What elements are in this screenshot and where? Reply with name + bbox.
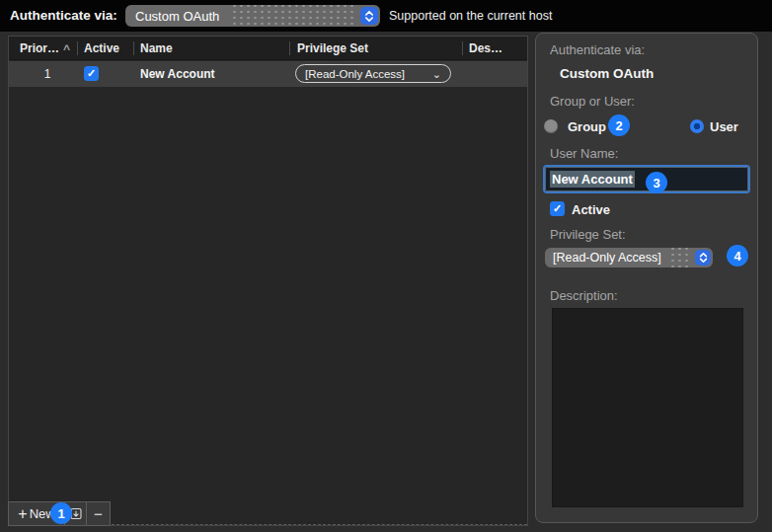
manage-security-window: Authenticate via: Custom OAuth Supported…	[0, 0, 772, 532]
description-textarea[interactable]	[552, 308, 743, 507]
authenticate-via-label: Authenticate via:	[10, 0, 117, 32]
annotation-badge-3: 3	[646, 172, 667, 193]
user-radio-label[interactable]: User	[710, 119, 738, 134]
plus-icon: +	[18, 505, 27, 523]
column-header-name[interactable]: Name	[140, 37, 173, 60]
topbar: Authenticate via: Custom OAuth Supported…	[0, 0, 772, 32]
table-bottom-dashed-edge	[112, 524, 527, 525]
annotation-badge-2: 2	[608, 114, 630, 136]
host-support-note: Supported on the current host	[389, 0, 552, 32]
panel-authenticate-label: Authenticate via:	[550, 42, 645, 57]
column-divider	[77, 41, 78, 55]
minus-icon: −	[94, 505, 103, 522]
check-icon: ✓	[553, 202, 562, 215]
popup-stepper-icon	[360, 7, 378, 25]
row-active-checkbox[interactable]: ✓	[84, 66, 99, 81]
description-label: Description:	[550, 288, 618, 303]
delete-button[interactable]: −	[87, 502, 110, 525]
sort-ascending-icon: ^	[63, 37, 70, 62]
row-privilege-set-dropdown[interactable]: [Read-Only Access] ⌄	[295, 64, 451, 83]
column-divider	[462, 41, 463, 55]
privilege-set-label: Privilege Set:	[550, 227, 626, 242]
table-header: Prior… ^ Active Name Privilege Set Des…	[9, 37, 527, 60]
group-radio-label[interactable]: Group	[568, 119, 606, 134]
active-checkbox[interactable]: ✓	[550, 201, 565, 216]
column-header-active[interactable]: Active	[84, 37, 119, 60]
annotation-badge-4: 4	[727, 245, 748, 266]
authenticate-via-popup[interactable]: Custom OAuth	[125, 5, 380, 27]
group-radio[interactable]	[544, 119, 558, 133]
user-name-label: User Name:	[550, 146, 618, 161]
active-checkbox-label[interactable]: Active	[572, 202, 610, 217]
group-or-user-label: Group or User:	[550, 94, 635, 109]
user-name-selected-text: New Account	[550, 171, 635, 188]
row-name: New Account	[140, 61, 215, 87]
authenticate-via-popup-value: Custom OAuth	[125, 9, 219, 24]
panel-authenticate-value: Custom OAuth	[560, 66, 654, 81]
column-divider	[289, 41, 290, 55]
table-row[interactable]: 1 ✓ New Account [Read-Only Access] ⌄	[9, 61, 527, 87]
chevron-down-icon: ⌄	[432, 69, 450, 79]
column-header-description[interactable]: Des…	[469, 37, 502, 60]
details-panel: Authenticate via: Custom OAuth Group or …	[535, 33, 758, 523]
privilege-set-popup[interactable]: [Read-Only Access]	[545, 248, 713, 267]
check-icon: ✓	[87, 67, 96, 80]
row-priority: 1	[33, 61, 62, 87]
column-header-priority[interactable]: Prior…	[20, 37, 59, 60]
annotation-badge-1: 1	[50, 502, 72, 524]
column-divider	[133, 41, 134, 55]
popup-dotted-fill	[229, 5, 356, 27]
row-privilege-set-value: [Read-Only Access]	[296, 68, 432, 80]
column-header-privilege-set[interactable]: Privilege Set	[297, 37, 368, 60]
user-radio[interactable]	[690, 119, 704, 133]
privilege-set-popup-value: [Read-Only Access]	[545, 251, 661, 265]
popup-stepper-icon	[695, 250, 711, 266]
accounts-table: Prior… ^ Active Name Privilege Set Des… …	[8, 36, 528, 526]
